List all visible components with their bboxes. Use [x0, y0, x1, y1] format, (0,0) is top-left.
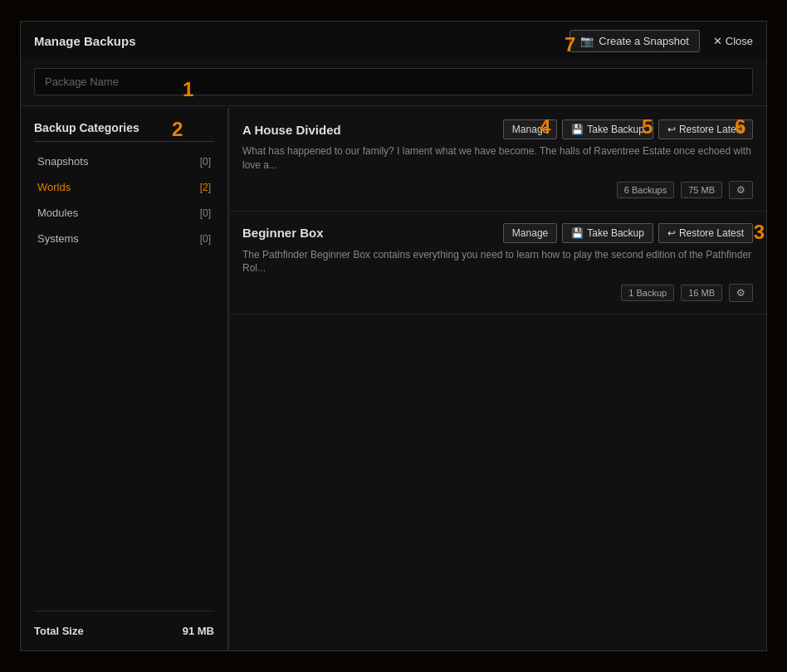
manage-label-2: Manage — [512, 227, 548, 239]
modules-count: [0] — [200, 207, 211, 219]
save-icon-1: 💾 — [571, 124, 584, 135]
package-description-1: What has happened to our family? I lamen… — [242, 144, 753, 173]
main-content: A House Divided Manage 💾 Take Backup ↩ — [228, 108, 766, 650]
restore-latest-label-1: Restore Latest — [679, 124, 744, 135]
search-input[interactable] — [34, 68, 753, 95]
close-label: Close — [726, 35, 753, 47]
sidebar-item-modules[interactable]: Modules [0] — [34, 200, 214, 226]
size-badge-1: 75 MB — [681, 182, 722, 198]
sidebar-footer: Total Size 91 MB — [34, 611, 214, 637]
take-backup-label-1: Take Backup — [587, 124, 644, 135]
package-header-1: A House Divided Manage 💾 Take Backup ↩ — [242, 119, 753, 139]
package-item-beginner-box: Beginner Box Manage 💾 Take Backup ↩ — [229, 212, 766, 315]
sidebar: Backup Categories Snapshots [0] Worlds [… — [21, 108, 228, 650]
search-bar-container — [21, 58, 766, 106]
sidebar-title: Backup Categories — [34, 121, 214, 142]
package-item-a-house-divided: A House Divided Manage 💾 Take Backup ↩ — [229, 108, 766, 212]
close-button[interactable]: ✕ Close — [713, 35, 753, 47]
restore-icon-2: ↩ — [667, 227, 676, 239]
systems-label: Systems — [37, 232, 79, 245]
package-name-1: A House Divided — [242, 123, 341, 137]
sidebar-item-worlds[interactable]: Worlds [2] — [34, 174, 214, 200]
worlds-count: [2] — [200, 182, 211, 193]
take-backup-button-1[interactable]: 💾 Take Backup — [562, 119, 653, 139]
restore-latest-label-2: Restore Latest — [679, 227, 744, 239]
create-snapshot-button[interactable]: 📷 Create a Snapshot — [569, 30, 699, 52]
modal-content-area: Backup Categories Snapshots [0] Worlds [… — [21, 108, 766, 650]
package-actions-2: Manage 💾 Take Backup ↩ Restore Latest — [503, 223, 753, 243]
snapshots-count: [0] — [200, 156, 211, 168]
settings-icon-btn-1[interactable]: ⚙ — [729, 181, 753, 199]
take-backup-button-2[interactable]: 💾 Take Backup — [562, 223, 653, 243]
restore-latest-button-1[interactable]: ↩ Restore Latest — [658, 119, 753, 139]
package-name-2: Beginner Box — [242, 226, 324, 240]
manage-button-1[interactable]: Manage — [503, 119, 557, 139]
settings-icon-btn-2[interactable]: ⚙ — [729, 284, 753, 302]
package-description-2: The Pathfinder Beginner Box contains eve… — [242, 248, 753, 276]
total-size-value: 91 MB — [183, 625, 214, 637]
backups-count-badge-1: 6 Backups — [617, 182, 674, 198]
manage-label-1: Manage — [512, 124, 548, 135]
save-icon-2: 💾 — [571, 227, 584, 239]
modal-overlay: Manage Backups 📷 Create a Snapshot ✕ Clo… — [0, 0, 787, 672]
manage-backups-modal: Manage Backups 📷 Create a Snapshot ✕ Clo… — [20, 21, 767, 651]
sidebar-item-snapshots[interactable]: Snapshots [0] — [34, 149, 214, 174]
package-meta-2: 1 Backup 16 MB ⚙ — [242, 284, 753, 302]
total-size-label: Total Size — [34, 625, 84, 637]
snapshots-label: Snapshots — [37, 155, 88, 168]
take-backup-label-2: Take Backup — [587, 227, 644, 239]
package-meta-1: 6 Backups 75 MB ⚙ — [242, 181, 753, 199]
modal-header: Manage Backups 📷 Create a Snapshot ✕ Clo… — [21, 22, 766, 61]
manage-button-2[interactable]: Manage — [503, 223, 557, 243]
close-x-icon: ✕ — [713, 35, 722, 47]
modules-label: Modules — [37, 207, 78, 219]
restore-latest-button-2[interactable]: ↩ Restore Latest — [658, 223, 753, 243]
header-actions: 📷 Create a Snapshot ✕ Close — [569, 30, 753, 52]
backups-count-badge-2: 1 Backup — [621, 285, 674, 301]
modal-title: Manage Backups — [34, 34, 136, 48]
restore-icon-1: ↩ — [667, 124, 676, 135]
package-header-2: Beginner Box Manage 💾 Take Backup ↩ — [242, 223, 753, 243]
worlds-label: Worlds — [37, 181, 71, 193]
create-snapshot-label: Create a Snapshot — [599, 35, 688, 47]
size-badge-2: 16 MB — [681, 285, 722, 301]
package-actions-1: Manage 💾 Take Backup ↩ Restore Latest — [503, 119, 753, 139]
camera-icon: 📷 — [580, 35, 594, 47]
sidebar-item-systems[interactable]: Systems [0] — [34, 226, 214, 251]
systems-count: [0] — [200, 233, 211, 245]
